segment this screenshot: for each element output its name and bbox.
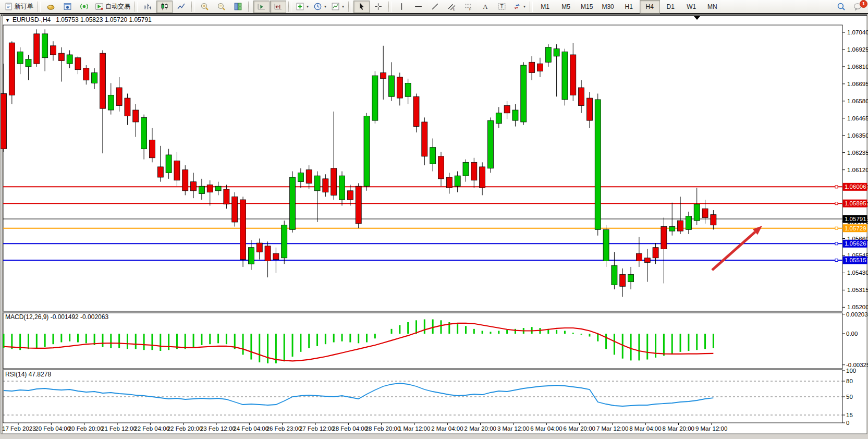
svg-text:6 Mar 20:00: 6 Mar 20:00	[564, 425, 595, 432]
rsi-indicator-label: RSI(14) 47.8278	[5, 371, 51, 378]
zoom-in-button[interactable]	[197, 1, 213, 13]
periods-button[interactable]: ▾	[311, 1, 328, 13]
svg-text:T: T	[500, 4, 504, 9]
candle-chart-icon	[160, 2, 169, 11]
toolbar-separator	[288, 2, 291, 12]
svg-text:1.07040: 1.07040	[847, 29, 868, 35]
dropdown-caret-icon[interactable]: ▾	[324, 4, 326, 9]
auto-scroll-button[interactable]	[253, 1, 270, 13]
indicators-icon	[296, 2, 304, 11]
vertical-line-icon	[397, 2, 406, 11]
svg-text:17 Feb 2023: 17 Feb 2023	[2, 425, 36, 432]
svg-text:1.06695: 1.06695	[847, 81, 868, 87]
svg-text:1.05200: 1.05200	[847, 304, 868, 310]
svg-text:80: 80	[846, 378, 853, 384]
svg-text:-0.003256: -0.003256	[846, 362, 868, 368]
timeframe-h1-label: H1	[625, 3, 633, 10]
price-label-1.05515: 1.05515	[843, 257, 867, 264]
tile-windows-icon	[234, 2, 242, 11]
new-order-button[interactable]: 新订单	[2, 1, 35, 13]
svg-text:1.06120: 1.06120	[847, 167, 868, 173]
navigator-button[interactable]	[59, 1, 76, 13]
timeframe-w1-label: W1	[687, 3, 696, 10]
toolbar-separator	[530, 2, 533, 12]
timeframe-mn-button[interactable]: MN	[702, 0, 723, 14]
zoom-out-button[interactable]	[213, 1, 229, 13]
chart-window[interactable]: 1.070401.069251.068101.066951.065801.064…	[0, 0, 868, 439]
price-label-1.06006: 1.06006	[843, 183, 867, 191]
timeframe-m30-label: M30	[602, 3, 614, 10]
timeframe-d1-button[interactable]: D1	[661, 0, 681, 14]
vertical-line-button[interactable]	[394, 1, 410, 13]
cursor-icon	[357, 2, 366, 11]
horizontal-line-button[interactable]	[410, 1, 426, 13]
cursor-button[interactable]	[353, 1, 370, 13]
new-order-icon	[4, 2, 13, 11]
notification-badge: 1	[860, 0, 867, 8]
svg-text:7 Mar 12:00: 7 Mar 12:00	[596, 425, 628, 432]
text-button[interactable]: A	[477, 1, 493, 13]
svg-text:28 Feb 20:00: 28 Feb 20:00	[365, 425, 401, 432]
autotrading-icon	[95, 2, 104, 11]
svg-text:1.05791: 1.05791	[845, 216, 866, 222]
channel-button[interactable]: E	[444, 1, 460, 13]
svg-text:1.05515: 1.05515	[845, 257, 866, 263]
collapse-arrow-icon[interactable]: ▼	[5, 18, 10, 23]
toolbar-separator	[348, 2, 351, 12]
text-icon: A	[481, 2, 490, 11]
svg-text:E: E	[453, 7, 455, 11]
price-label-1.05791: 1.05791	[843, 215, 867, 223]
fibonacci-button[interactable]: F	[460, 1, 476, 13]
main-toolbar: 新订单自动交易▾▾▾EFAT▾M1M5M15M30H1H4D1W1MN1	[0, 0, 868, 14]
line-chart-button[interactable]	[173, 1, 189, 13]
dropdown-caret-icon[interactable]: ▾	[523, 4, 525, 9]
notifications-button[interactable]: 1	[850, 1, 866, 13]
tile-windows-button[interactable]	[230, 1, 246, 13]
timeframe-w1-button[interactable]: W1	[681, 0, 702, 14]
svg-text:1.05626: 1.05626	[845, 240, 866, 247]
autotrading-button[interactable]: 自动交易	[93, 1, 132, 13]
timeframe-m5-button[interactable]: M5	[556, 0, 576, 14]
bar-chart-button[interactable]	[140, 1, 156, 13]
dropdown-caret-icon[interactable]: ▾	[342, 4, 344, 9]
timeframe-h4-label: H4	[646, 3, 654, 10]
arrows-button[interactable]: ▾	[510, 1, 528, 13]
svg-text:1.06810: 1.06810	[847, 64, 868, 70]
timeframe-m30-button[interactable]: M30	[597, 0, 618, 14]
templates-button[interactable]: ▾	[329, 1, 346, 13]
svg-text:1.06465: 1.06465	[847, 115, 868, 121]
timeframe-m1-button[interactable]: M1	[535, 0, 555, 14]
text-label-button[interactable]: T	[494, 1, 510, 13]
market-watch-button[interactable]	[43, 1, 59, 13]
trendline-icon	[431, 2, 439, 11]
text-label-icon: T	[497, 2, 506, 11]
toolbar-separator	[248, 2, 251, 12]
chart-shift-icon	[274, 2, 283, 11]
svg-text:1.06006: 1.06006	[845, 184, 866, 190]
price-label-1.05626: 1.05626	[843, 240, 867, 248]
price-label-1.05729: 1.05729	[843, 224, 867, 232]
svg-text:20 Feb 04:00: 20 Feb 04:00	[35, 425, 70, 432]
crosshair-icon	[374, 2, 383, 11]
timeframe-h4-button[interactable]: H4	[640, 0, 660, 14]
svg-text:1.06350: 1.06350	[847, 132, 868, 139]
svg-text:2 Mar 04:00: 2 Mar 04:00	[431, 425, 463, 432]
trendline-button[interactable]	[427, 1, 443, 13]
dropdown-caret-icon[interactable]: ▾	[307, 4, 309, 9]
timeframe-h1-button[interactable]: H1	[619, 0, 639, 14]
timeframe-m15-button[interactable]: M15	[577, 0, 597, 14]
svg-text:27 Feb 12:00: 27 Feb 12:00	[299, 425, 335, 432]
candle-chart-button[interactable]	[156, 1, 173, 13]
search-button[interactable]	[833, 1, 849, 13]
chart-shift-button[interactable]	[270, 1, 286, 13]
indicators-button[interactable]: ▾	[294, 1, 311, 13]
timeframe-m5-label: M5	[561, 3, 570, 10]
news-button[interactable]	[76, 1, 92, 13]
timeframe-m15-label: M15	[581, 3, 593, 10]
crosshair-button[interactable]	[370, 1, 386, 13]
bar-chart-icon	[143, 2, 152, 11]
svg-text:20 Feb 20:00: 20 Feb 20:00	[68, 425, 104, 432]
price-label-1.05895: 1.05895	[843, 200, 867, 208]
svg-text:1.06580: 1.06580	[847, 98, 868, 104]
svg-text:2 Mar 20:00: 2 Mar 20:00	[464, 425, 496, 432]
